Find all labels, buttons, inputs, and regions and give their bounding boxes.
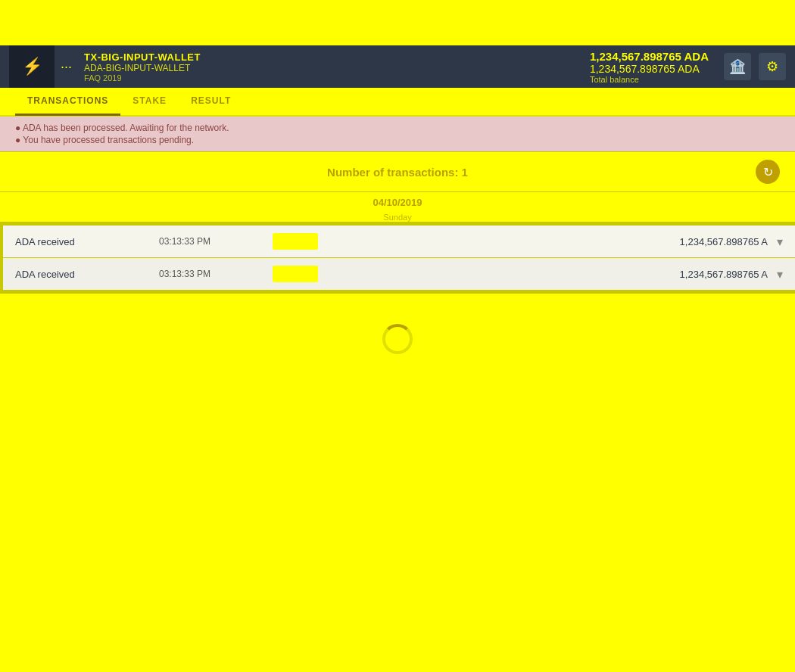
- app-logo-icon: ⚡: [22, 57, 42, 76]
- header: ⚡ ··· TX-BIG-INPUT-WALLET ADA-BIG-INPUT-…: [0, 45, 795, 88]
- date-sub-label: Sunday: [0, 213, 795, 222]
- tab-stake[interactable]: STAKE: [120, 87, 179, 116]
- tx-time-label: 03:13:33 PM: [159, 269, 257, 279]
- balance-label: Total balance: [590, 75, 639, 84]
- filter-button[interactable]: ↻: [756, 160, 780, 184]
- loading-spinner: [382, 324, 413, 354]
- wallet-name-secondary: ADA-BIG-INPUT-WALLET: [84, 63, 590, 73]
- table-row: ADA received 03:13:33 PM 1,234,567.89876…: [0, 226, 795, 257]
- expand-icon[interactable]: ▾: [777, 267, 783, 282]
- tx-count-bar: Number of transactions: 1 ↻: [0, 151, 795, 192]
- balance-primary: 1,234,567.898765 ADA: [590, 50, 709, 63]
- tx-type-label: ADA received: [15, 236, 151, 247]
- sub-nav: TRANSACTIONS STAKE RESULT: [0, 88, 795, 117]
- wallet-icon-button[interactable]: 🏦: [724, 53, 751, 80]
- loading-area: [0, 294, 795, 384]
- tx-status-badge: [273, 266, 318, 282]
- wallet-info: TX-BIG-INPUT-WALLET ADA-BIG-INPUT-WALLET…: [78, 51, 590, 82]
- nav-dots-icon: ···: [61, 59, 72, 75]
- warning-line-1: ● ADA has been processed. Awaiting for t…: [15, 123, 780, 133]
- tx-status-badge: [273, 233, 318, 250]
- date-label: 04/10/2019: [0, 192, 795, 213]
- tx-amount: 1,234,567.898765 A: [601, 236, 768, 247]
- tab-result[interactable]: RESULT: [179, 87, 243, 116]
- top-banner-text: [396, 17, 400, 29]
- settings-icon-button[interactable]: ⚙: [759, 53, 786, 80]
- tx-time-label: 03:13:33 PM: [159, 236, 257, 247]
- tx-type-label: ADA received: [15, 269, 151, 280]
- transactions-area: Number of transactions: 1 ↻ 04/10/2019 S…: [0, 151, 795, 294]
- logo-area: ⚡: [9, 45, 55, 88]
- tx-count-text: Number of transactions: 1: [270, 166, 525, 179]
- transaction-list: ADA received 03:13:33 PM 1,234,567.89876…: [0, 222, 795, 294]
- expand-icon[interactable]: ▾: [777, 235, 783, 249]
- tab-transactions[interactable]: TRANSACTIONS: [15, 87, 120, 116]
- balance-secondary: 1,234,567.898765 ADA: [590, 63, 700, 75]
- header-icons: 🏦 ⚙: [724, 53, 786, 80]
- tx-amount: 1,234,567.898765 A: [601, 269, 768, 280]
- warning-banner: ● ADA has been processed. Awaiting for t…: [0, 117, 795, 151]
- wallet-name-primary: TX-BIG-INPUT-WALLET: [84, 51, 590, 63]
- table-row: ADA received 03:13:33 PM 1,234,567.89876…: [0, 258, 795, 290]
- warning-line-2: ● You have processed transactions pendin…: [15, 135, 780, 145]
- top-banner: [0, 0, 795, 45]
- balance-section: 1,234,567.898765 ADA 1,234,567.898765 AD…: [590, 50, 709, 84]
- wallet-faq: FAQ 2019: [84, 73, 590, 82]
